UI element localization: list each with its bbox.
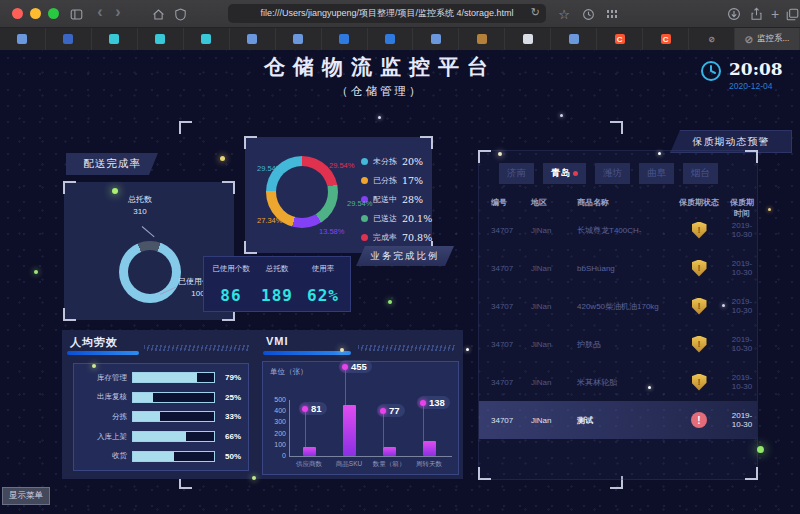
labor-bar-fill — [133, 373, 197, 382]
city-tab[interactable]: 青岛 — [543, 163, 586, 184]
browser-tab[interactable] — [459, 28, 505, 50]
tab-favicon-icon: C — [661, 34, 671, 44]
cell-region: JiNan — [531, 302, 577, 311]
tab-favicon-icon — [431, 34, 441, 44]
cell-status: ! — [671, 298, 727, 315]
vmi-panel: VMI 单位（张） 5004003002001000供应商数商品SKU数量（箱）… — [258, 330, 463, 479]
title-underline — [67, 351, 139, 355]
browser-tab[interactable] — [92, 28, 138, 50]
browser-tab[interactable] — [322, 28, 368, 50]
page-subtitle: （仓储管理） — [190, 84, 570, 99]
decor-dot — [658, 152, 661, 155]
vmi-bar — [303, 447, 316, 456]
vmi-chart: 单位（张） 5004003002001000供应商数商品SKU数量（箱）周转天数… — [262, 361, 459, 475]
tab-overview-icon[interactable] — [784, 6, 800, 22]
corner-bracket — [745, 467, 758, 480]
labor-value: 50% — [220, 452, 241, 461]
forward-icon[interactable]: › — [110, 4, 126, 20]
legend-item: 完成率 — [361, 228, 397, 247]
browser-tab[interactable] — [0, 28, 46, 50]
cell-date: 2019-10-30 — [727, 373, 757, 391]
cell-name: 米其林轮胎 — [577, 377, 671, 388]
browser-tab[interactable] — [230, 28, 276, 50]
history-clock-icon[interactable] — [580, 6, 596, 22]
cell-id: 34707 — [491, 264, 531, 273]
table-row[interactable]: 34707JiNan长城尊龙T400CH-!2019-10-30 — [479, 211, 757, 249]
share-icon[interactable] — [748, 6, 764, 22]
corner-bracket — [222, 181, 235, 194]
cell-status: ! — [671, 336, 727, 353]
city-tab[interactable]: 烟台 — [683, 163, 718, 184]
decor-dot — [340, 348, 344, 352]
labor-row: 入库上架66% — [81, 431, 241, 442]
cell-id: 34707 — [491, 340, 531, 349]
vmi-bar — [423, 441, 436, 456]
table-row[interactable]: 34707JiNan测试!2019-10-30 — [479, 401, 757, 439]
labor-label: 分拣 — [81, 412, 127, 422]
city-tab[interactable]: 济南 — [499, 163, 534, 184]
table-row[interactable]: 34707JiNan米其林轮胎!2019-10-30 — [479, 363, 757, 401]
cell-status: ! — [671, 374, 727, 391]
legend-label: 完成率 — [373, 232, 397, 243]
browser-tab[interactable] — [184, 28, 230, 50]
stat-label: 使用率 — [300, 264, 346, 274]
tab-bar: CC⊘ ⊘ 监控系... — [0, 28, 800, 50]
browser-tab[interactable] — [138, 28, 184, 50]
labor-efficiency-panel: 人均劳效 库存管理79%出库复核25%分拣33%入库上架66%收货50% — [62, 330, 259, 479]
legend-dot — [361, 158, 368, 165]
labor-bar-track — [132, 392, 215, 403]
browser-tab[interactable] — [551, 28, 597, 50]
back-icon[interactable]: ‹ — [92, 4, 108, 20]
cell-date: 2019-10-30 — [727, 411, 757, 429]
cell-date: 2019-10-30 — [727, 259, 757, 277]
browser-tab[interactable]: ⊘ — [689, 28, 735, 50]
address-bar[interactable]: file:///Users/jiangyupeng/项目整理/项目/监控系统 4… — [228, 4, 546, 23]
cell-id: 34707 — [491, 416, 531, 425]
business-ratio-button[interactable]: 业务完成比例 — [356, 246, 454, 266]
browser-tab[interactable] — [276, 28, 322, 50]
reload-icon[interactable]: ↻ — [531, 6, 540, 19]
labor-label: 收货 — [81, 451, 127, 461]
table-row[interactable]: 34707JiNan420w50柴油机油170kg!2019-10-30 — [479, 287, 757, 325]
table-row[interactable]: 34707JiNan护肤品!2019-10-30 — [479, 325, 757, 363]
clock-time: 20:08 — [729, 60, 783, 79]
cell-region: JiNan — [531, 340, 577, 349]
tab-favicon-icon: ⊘ — [707, 34, 717, 44]
home-icon[interactable] — [150, 6, 166, 22]
browser-tab[interactable]: C — [597, 28, 643, 50]
labor-bar-fill — [133, 393, 153, 402]
corner-bracket — [420, 136, 433, 149]
browser-tab[interactable] — [368, 28, 414, 50]
browser-tab[interactable] — [413, 28, 459, 50]
new-tab-icon[interactable]: + — [767, 6, 783, 22]
corner-bracket — [244, 241, 257, 254]
minimize-button[interactable] — [30, 8, 41, 19]
active-browser-tab[interactable]: ⊘ 监控系... — [735, 28, 800, 50]
cell-name: 长城尊龙T400CH- — [577, 225, 671, 236]
sidebar-toggle-icon[interactable] — [68, 6, 84, 22]
decor-dot — [466, 348, 469, 351]
legend-dot — [361, 234, 368, 241]
privacy-shield-icon[interactable] — [172, 6, 188, 22]
table-row[interactable]: 34707JiNanbbSHuang!2019-10-30 — [479, 249, 757, 287]
tab-favicon-icon — [247, 34, 257, 44]
decor-dot — [648, 386, 651, 389]
browser-toolbar: ‹ › file:///Users/jiangyupeng/项目整理/项目/监控… — [0, 0, 800, 28]
browser-tab[interactable] — [505, 28, 551, 50]
stat-item: 总托数189 — [254, 264, 300, 305]
bookmark-star-icon[interactable]: ☆ — [556, 6, 572, 22]
stat-label: 已使用个数 — [208, 264, 254, 274]
show-menu-button[interactable]: 显示菜单 — [2, 487, 50, 505]
corner-bracket — [478, 467, 491, 480]
close-button[interactable] — [12, 8, 23, 19]
stat-value: 86 — [208, 286, 254, 305]
extensions-grid-icon[interactable] — [604, 6, 620, 22]
downloads-icon[interactable] — [726, 6, 742, 22]
browser-tab[interactable]: C — [643, 28, 689, 50]
browser-tab[interactable] — [46, 28, 92, 50]
maximize-button[interactable] — [48, 8, 59, 19]
y-axis-tick: 100 — [263, 441, 286, 448]
city-tab[interactable]: 曲阜 — [639, 163, 674, 184]
city-tab[interactable]: 潍坊 — [595, 163, 630, 184]
labor-bar-track — [132, 411, 215, 422]
